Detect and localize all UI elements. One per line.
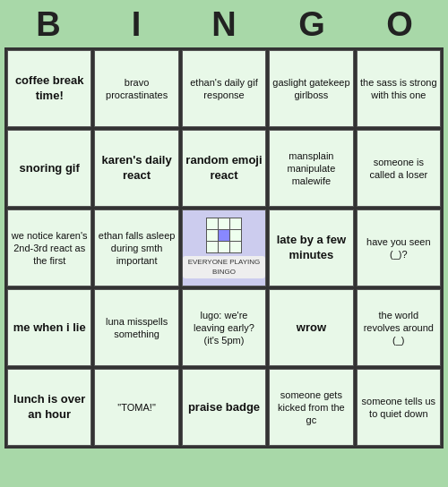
bingo-letter-g: G xyxy=(277,5,347,44)
bingo-cell-22[interactable]: praise badge xyxy=(182,369,266,446)
bingo-cell-17[interactable]: lugo: we're leaving early? (it's 5pm) xyxy=(182,289,266,366)
bingo-cell-19[interactable]: the world revolves around (_) xyxy=(357,289,441,366)
center-image-placeholder: EVERYONE PLAYING BINGO xyxy=(183,210,265,286)
bingo-grid: coffee break time!bravo procrastinateset… xyxy=(4,47,444,449)
bingo-letter-n: N xyxy=(189,5,259,44)
bingo-cell-5[interactable]: snoring gif xyxy=(7,130,91,207)
bingo-cell-7[interactable]: random emoji react xyxy=(182,130,266,207)
bingo-letter-o: O xyxy=(365,5,435,44)
bingo-cell-6[interactable]: karen's daily react xyxy=(94,130,178,207)
center-image-label: EVERYONE PLAYING BINGO xyxy=(183,256,265,278)
bingo-cell-23[interactable]: someone gets kicked from the gc xyxy=(269,369,353,446)
bingo-cell-2[interactable]: ethan's daily gif response xyxy=(182,50,266,127)
bingo-cell-1[interactable]: bravo procrastinates xyxy=(94,50,178,127)
bingo-cell-12[interactable]: EVERYONE PLAYING BINGO xyxy=(182,209,266,286)
bingo-cell-3[interactable]: gaslight gatekeep girlboss xyxy=(269,50,353,127)
bingo-cell-13[interactable]: late by a few minutes xyxy=(269,209,353,286)
bingo-header: BINGO xyxy=(4,5,444,44)
bingo-cell-15[interactable]: me when i lie xyxy=(7,289,91,366)
bingo-letter-i: I xyxy=(101,5,171,44)
bingo-cell-0[interactable]: coffee break time! xyxy=(7,50,91,127)
bingo-cell-21[interactable]: "TOMA!" xyxy=(94,369,178,446)
bingo-cell-16[interactable]: luna misspells something xyxy=(94,289,178,366)
bingo-cell-10[interactable]: we notice karen's 2nd-3rd react as the f… xyxy=(7,209,91,286)
bingo-cell-18[interactable]: wrow xyxy=(269,289,353,366)
bingo-cell-4[interactable]: the sass is strong with this one xyxy=(357,50,441,127)
bingo-card: BINGO coffee break time!bravo procrastin… xyxy=(4,5,444,449)
bingo-letter-b: B xyxy=(13,5,83,44)
bingo-cell-24[interactable]: someone tells us to quiet down xyxy=(357,369,441,446)
bingo-cell-11[interactable]: ethan falls asleep during smth important xyxy=(94,209,178,286)
bingo-cell-9[interactable]: someone is called a loser xyxy=(357,130,441,207)
bingo-cell-8[interactable]: mansplain manipulate malewife xyxy=(269,130,353,207)
bingo-cell-20[interactable]: lunch is over an hour xyxy=(7,369,91,446)
bingo-cell-14[interactable]: have you seen (_)? xyxy=(357,209,441,286)
